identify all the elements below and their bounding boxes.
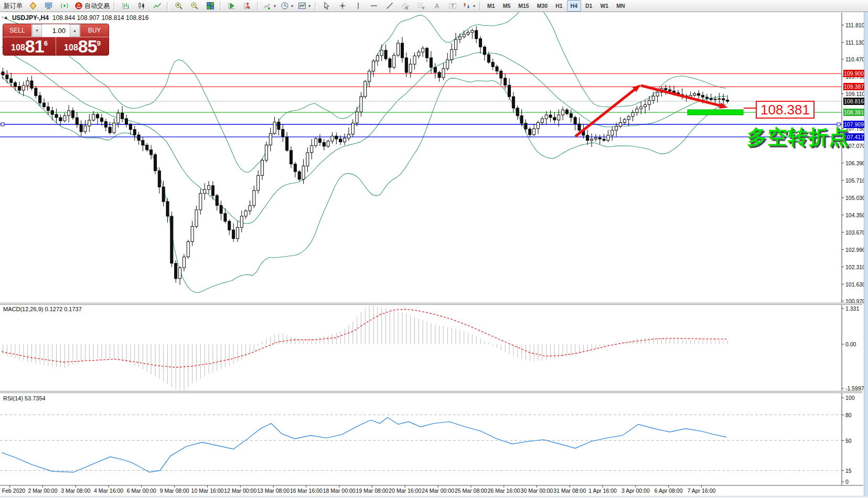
autotrade-icon bbox=[74, 2, 83, 10]
price-level-badge: 108.381 bbox=[843, 109, 864, 116]
timeframe-mn[interactable]: MN bbox=[613, 0, 628, 12]
hline-icon bbox=[370, 2, 378, 10]
bar-chart-button[interactable] bbox=[118, 0, 133, 12]
svg-text:F: F bbox=[422, 6, 424, 10]
timeframe-m15[interactable]: M15 bbox=[515, 0, 532, 12]
timeframe-m1[interactable]: M1 bbox=[484, 0, 499, 12]
toolbar-separator bbox=[220, 2, 222, 10]
new-order-button[interactable]: 新订单 bbox=[2, 0, 25, 12]
chart-canvas[interactable] bbox=[0, 0, 868, 498]
toolbar-separator bbox=[114, 2, 116, 10]
rsi-indicator bbox=[0, 415, 842, 472]
terminal-button[interactable] bbox=[41, 0, 56, 12]
buy-points: 85 bbox=[78, 37, 97, 55]
barchart-icon bbox=[122, 2, 130, 10]
toolbar-group bbox=[118, 0, 165, 12]
tile-windows-button[interactable] bbox=[202, 0, 218, 12]
macd-panel-splitter[interactable] bbox=[0, 303, 862, 305]
timeframe-m30[interactable]: M30 bbox=[533, 0, 551, 12]
buy-price[interactable]: 108 85 9 bbox=[56, 37, 109, 55]
autotrading-button-label: 自动交易 bbox=[84, 2, 110, 10]
crosshair-button[interactable] bbox=[335, 0, 350, 12]
sell-price[interactable]: 108 81 6 bbox=[3, 37, 56, 55]
chevron-down-icon: ▾ bbox=[291, 4, 293, 8]
toolbar-group: ▾▾▾ bbox=[261, 0, 313, 12]
terminal-icon bbox=[45, 2, 53, 10]
rsi-panel-splitter[interactable] bbox=[0, 391, 862, 393]
toolbar-group bbox=[171, 0, 218, 12]
svg-text:T: T bbox=[451, 3, 454, 8]
support-price-callout[interactable]: 108.381 bbox=[756, 101, 815, 119]
timeframe-d1[interactable]: D1 bbox=[582, 0, 596, 12]
svg-text:A: A bbox=[435, 3, 439, 10]
symbol-ohlc-values: 108.844 108.907 108.814 108.816 bbox=[52, 14, 149, 22]
autoshift-icon bbox=[228, 2, 236, 10]
signal-button[interactable] bbox=[57, 0, 72, 12]
volume-input[interactable]: 1.00 bbox=[42, 24, 70, 37]
sell-points: 81 bbox=[25, 37, 44, 55]
drawn-annotations[interactable] bbox=[575, 84, 756, 136]
signal-icon bbox=[60, 2, 69, 10]
trend-arrow bbox=[641, 86, 722, 106]
candlestick-series bbox=[2, 26, 729, 285]
zoom-in-button[interactable] bbox=[171, 0, 186, 12]
timeframe-h1[interactable]: H1 bbox=[552, 0, 566, 12]
collapse-quotes-icon[interactable]: ▲ bbox=[4, 15, 8, 20]
macd-label: MACD(12,26,9) 0.1272 0.1737 bbox=[3, 306, 82, 312]
toolbar-separator bbox=[257, 2, 259, 10]
line-handle bbox=[1, 123, 4, 126]
trendline-button[interactable] bbox=[382, 0, 397, 12]
shapes-icon bbox=[463, 2, 471, 10]
chevron-down-icon: ▾ bbox=[308, 4, 310, 8]
vline-button[interactable] bbox=[350, 0, 366, 12]
candle-chart-button[interactable] bbox=[134, 0, 149, 12]
template-button[interactable]: ▾ bbox=[296, 0, 313, 12]
fibo-icon: F bbox=[417, 2, 425, 10]
seal-button[interactable] bbox=[25, 0, 40, 12]
new-order-button-label: 新订单 bbox=[4, 2, 23, 10]
clock-icon bbox=[281, 2, 289, 10]
volume-decrease-button[interactable]: ▼ bbox=[32, 24, 42, 37]
channel-button[interactable]: E bbox=[398, 0, 413, 12]
text-label-button[interactable]: T bbox=[445, 0, 460, 12]
cursor-button[interactable] bbox=[319, 0, 334, 12]
timeframe-w1[interactable]: W1 bbox=[596, 0, 612, 12]
add-indicator-button[interactable]: ▾ bbox=[261, 0, 278, 12]
sell-button[interactable]: SELL bbox=[3, 24, 32, 37]
linechart-icon bbox=[153, 2, 162, 10]
arrows-button[interactable]: ▾ bbox=[460, 0, 477, 12]
timeframe-group: M1M5M15M30H1H4D1W1MN bbox=[484, 0, 628, 12]
zoomout-icon bbox=[190, 2, 199, 10]
price-level-badge: 109.387 bbox=[843, 83, 864, 90]
turning-point-annotation[interactable]: 多空转折点 bbox=[747, 124, 849, 151]
macd-indicator bbox=[2, 305, 727, 391]
buy-pip: 9 bbox=[97, 39, 101, 47]
zoomin-icon bbox=[175, 2, 183, 10]
price-level-badge: 109.900 bbox=[843, 70, 864, 77]
price-level-badge: 108.816 bbox=[843, 98, 864, 105]
timeframe-h4[interactable]: H4 bbox=[567, 0, 581, 12]
hline-button[interactable] bbox=[366, 0, 381, 12]
toolbar-separator bbox=[315, 2, 317, 10]
label-icon: T bbox=[448, 2, 457, 10]
auto-scroll-button[interactable] bbox=[224, 0, 239, 12]
chart-shift-button[interactable] bbox=[240, 0, 255, 12]
buy-big-figure: 108 bbox=[64, 43, 78, 52]
crosshair-icon bbox=[338, 2, 347, 10]
autotrading-button[interactable]: 自动交易 bbox=[72, 0, 112, 12]
volume-increase-button[interactable]: ▲ bbox=[70, 24, 80, 37]
timeframe-m5[interactable]: M5 bbox=[499, 0, 515, 12]
line-chart-button[interactable] bbox=[149, 0, 165, 12]
seal-icon bbox=[29, 2, 37, 10]
zoom-out-button[interactable] bbox=[187, 0, 202, 12]
svg-text:E: E bbox=[406, 6, 409, 10]
tiles-icon bbox=[206, 2, 215, 10]
buy-button[interactable]: BUY bbox=[80, 24, 109, 37]
cursor-icon bbox=[323, 2, 331, 10]
support-zone-bar bbox=[688, 110, 743, 115]
sell-big-figure: 108 bbox=[11, 43, 25, 52]
period-button[interactable]: ▾ bbox=[278, 0, 295, 12]
fibonacci-button[interactable]: F bbox=[413, 0, 428, 12]
text-button[interactable]: A bbox=[429, 0, 444, 12]
chevron-down-icon: ▾ bbox=[473, 4, 475, 8]
